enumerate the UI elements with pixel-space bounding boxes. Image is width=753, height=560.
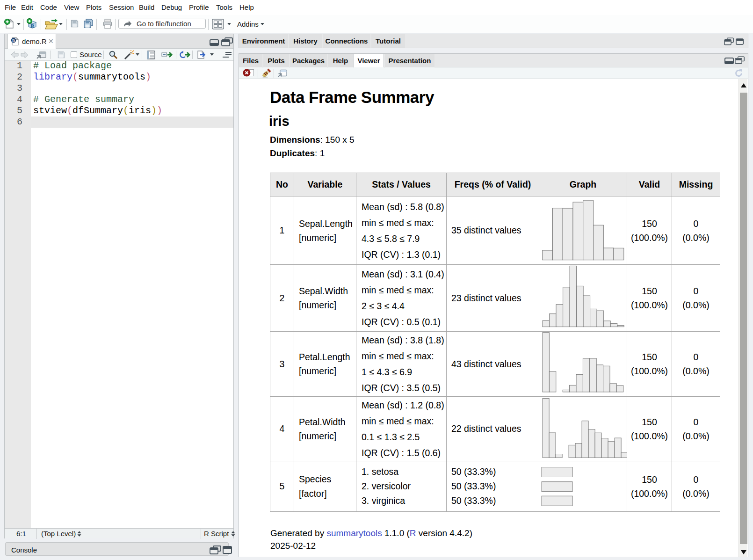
svg-text:R: R bbox=[31, 23, 35, 29]
svg-text:R: R bbox=[12, 38, 15, 43]
